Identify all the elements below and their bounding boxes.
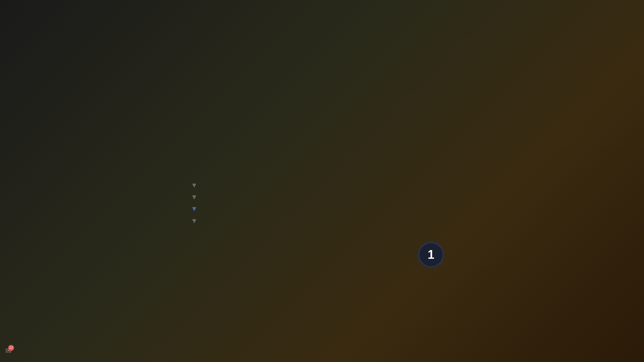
mail-icon-container: ✉ 22 bbox=[5, 347, 11, 355]
svg-marker-5 bbox=[192, 184, 196, 188]
background bbox=[0, 0, 644, 362]
svg-marker-7 bbox=[192, 207, 196, 211]
team-badge: 1 bbox=[418, 241, 444, 268]
mail-badge: 22 bbox=[8, 345, 14, 351]
svg-text:1: 1 bbox=[428, 248, 434, 261]
svg-marker-8 bbox=[192, 219, 196, 223]
svg-marker-6 bbox=[192, 195, 196, 199]
main-container: ◀ ▶ MANAGER VILLEURBANNE WORLD NEXT DAY … bbox=[0, 0, 644, 362]
